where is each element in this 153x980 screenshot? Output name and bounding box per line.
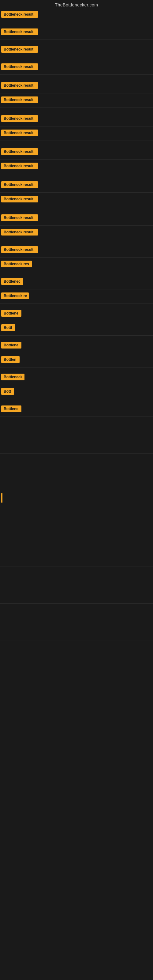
bottleneck-badge-6[interactable]: Bottleneck result (1, 97, 38, 103)
site-title: TheBottlenecker.com (55, 2, 98, 7)
bottleneck-badge-5[interactable]: Bottleneck result (1, 82, 38, 89)
bottleneck-section-19: Bottlene (0, 304, 153, 321)
bottleneck-section-20: Bottl (0, 321, 153, 336)
bottleneck-section-2: Bottleneck result (0, 22, 153, 40)
bottleneck-badge-21[interactable]: Bottlene (1, 342, 21, 348)
empty-section-5 (0, 567, 153, 604)
bottleneck-section-5: Bottleneck result (0, 75, 153, 94)
bottleneck-section-4: Bottleneck result (0, 57, 153, 75)
bottleneck-section-16: Bottleneck res (0, 258, 153, 272)
bottleneck-section-3: Bottleneck result (0, 40, 153, 57)
bottleneck-badge-12[interactable]: Bottleneck result (1, 196, 38, 202)
bottleneck-badge-15[interactable]: Bottleneck result (1, 246, 38, 253)
bottleneck-badge-18[interactable]: Bottleneck re (1, 293, 29, 299)
bottleneck-section-6: Bottleneck result (0, 94, 153, 108)
bottleneck-section-25: Bottlene (0, 399, 153, 417)
bottleneck-badge-24[interactable]: Bott (1, 388, 14, 395)
empty-section-2 (0, 453, 153, 490)
bottleneck-badge-11[interactable]: Bottleneck result (1, 181, 38, 188)
bottleneck-section-23: Bottleneck (0, 368, 153, 385)
bottleneck-badge-22[interactable]: Bottlen (1, 356, 19, 363)
bottleneck-badge-2[interactable]: Bottleneck result (1, 29, 38, 35)
bottleneck-section-10: Bottleneck result (0, 159, 153, 174)
bottleneck-section-7: Bottleneck result (0, 108, 153, 126)
bottleneck-badge-3[interactable]: Bottleneck result (1, 46, 38, 52)
bottleneck-badge-16[interactable]: Bottleneck res (1, 261, 32, 267)
bottleneck-section-1: Bottleneck result (0, 9, 153, 22)
bottleneck-badge-13[interactable]: Bottleneck result (1, 215, 38, 221)
bottleneck-section-9: Bottleneck result (0, 141, 153, 159)
bottleneck-section-14: Bottleneck result (0, 226, 153, 240)
bottleneck-badge-23[interactable]: Bottleneck (1, 374, 24, 380)
bottleneck-section-15: Bottleneck result (0, 240, 153, 258)
bottleneck-badge-19[interactable]: Bottlene (1, 310, 21, 317)
bottleneck-section-13: Bottleneck result (0, 207, 153, 226)
bottleneck-section-17: Bottlenec (0, 272, 153, 290)
bottleneck-badge-17[interactable]: Bottlenec (1, 278, 23, 285)
bottleneck-badge-4[interactable]: Bottleneck result (1, 64, 38, 70)
bottleneck-section-22: Bottlen (0, 353, 153, 368)
empty-section-4 (0, 530, 153, 567)
bottleneck-badge-9[interactable]: Bottleneck result (1, 148, 38, 155)
bottleneck-badge-25[interactable]: Bottlene (1, 406, 21, 412)
empty-section-3 (0, 493, 153, 530)
bottleneck-section-21: Bottlene (0, 336, 153, 353)
bottleneck-badge-8[interactable]: Bottleneck result (1, 130, 38, 136)
empty-section-6 (0, 604, 153, 640)
bottleneck-badge-20[interactable]: Bottl (1, 324, 15, 331)
bottleneck-badge-10[interactable]: Bottleneck result (1, 162, 38, 169)
bottleneck-section-11: Bottleneck result (0, 174, 153, 192)
empty-section-1 (0, 417, 153, 453)
tiny-indicator (1, 493, 2, 503)
bottleneck-section-8: Bottleneck result (0, 126, 153, 141)
empty-section-7 (0, 640, 153, 677)
bottleneck-badge-1[interactable]: Bottleneck result (1, 11, 38, 18)
site-header: TheBottlenecker.com (0, 0, 153, 9)
bottleneck-badge-7[interactable]: Bottleneck result (1, 115, 38, 122)
bottleneck-section-18: Bottleneck re (0, 290, 153, 304)
bottleneck-badge-14[interactable]: Bottleneck result (1, 229, 38, 235)
bottleneck-section-12: Bottleneck result (0, 192, 153, 207)
bottleneck-section-24: Bott (0, 385, 153, 399)
